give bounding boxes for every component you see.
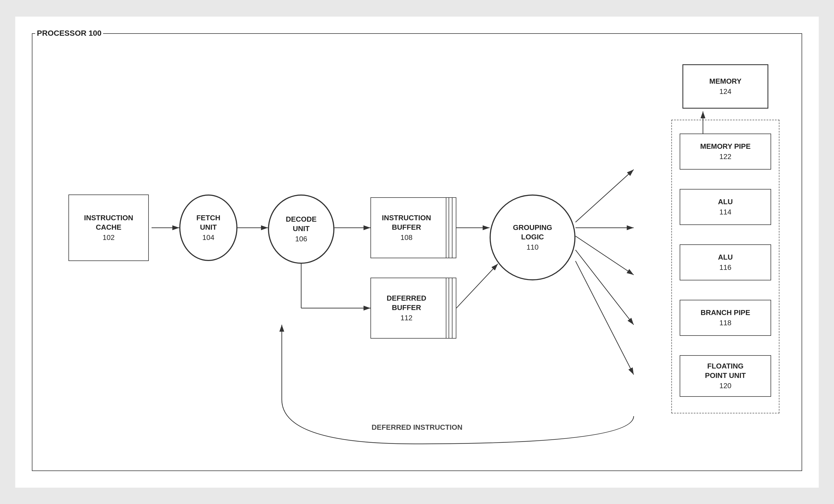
alu2-node: ALU 116 <box>680 244 771 280</box>
grouping-logic-id: 110 <box>526 243 539 251</box>
alu1-id: 114 <box>719 208 731 216</box>
floating-point-label: FLOATINGPOINT UNIT <box>705 361 746 380</box>
processor-label: PROCESSOR 100 <box>35 29 103 38</box>
decode-unit-node: DECODEUNIT 106 <box>268 195 334 264</box>
processor-box: PROCESSOR 100 <box>32 33 802 471</box>
svg-line-12 <box>575 250 634 325</box>
fetch-unit-node: FETCHUNIT 104 <box>179 195 238 261</box>
deferred-buffer-label: DEFERREDBUFFER <box>387 294 426 312</box>
page: PROCESSOR 100 <box>15 17 819 488</box>
memory-label: MEMORY <box>709 77 742 86</box>
instruction-cache-label: INSTRUCTIONCACHE <box>84 213 133 232</box>
instruction-cache-id: 102 <box>103 233 114 242</box>
svg-line-13 <box>575 261 634 375</box>
floating-point-node: FLOATINGPOINT UNIT 120 <box>680 355 771 397</box>
fetch-unit-id: 104 <box>202 233 214 242</box>
svg-line-6 <box>456 264 498 308</box>
grouping-logic-label: GROUPINGLOGIC <box>513 223 552 242</box>
deferred-instruction-label: DEFERRED INSTRUCTION <box>372 423 462 432</box>
memory-pipe-label: MEMORY PIPE <box>700 142 751 151</box>
alu1-label: ALU <box>718 197 732 207</box>
branch-pipe-id: 118 <box>719 319 731 327</box>
fetch-unit-label: FETCHUNIT <box>196 213 221 232</box>
alu1-node: ALU 114 <box>680 189 771 225</box>
memory-pipe-id: 122 <box>719 152 731 161</box>
branch-pipe-label: BRANCH PIPE <box>700 308 750 317</box>
deferred-buffer-id: 112 <box>387 314 426 322</box>
instruction-buffer-node: INSTRUCTIONBUFFER 108 <box>370 197 456 258</box>
svg-line-11 <box>575 236 634 275</box>
svg-line-9 <box>575 170 634 222</box>
alu2-id: 116 <box>719 263 731 272</box>
decode-unit-label: DECODEUNIT <box>286 215 316 234</box>
decode-unit-id: 106 <box>295 235 307 243</box>
floating-point-id: 120 <box>719 381 731 390</box>
memory-pipe-node: MEMORY PIPE 122 <box>680 134 771 170</box>
alu2-label: ALU <box>718 253 732 262</box>
instruction-buffer-id: 108 <box>382 233 431 242</box>
branch-pipe-node: BRANCH PIPE 118 <box>680 300 771 336</box>
instruction-buffer-label: INSTRUCTIONBUFFER <box>382 214 431 232</box>
deferred-buffer-node: DEFERREDBUFFER 112 <box>370 278 456 338</box>
instruction-cache-node: INSTRUCTIONCACHE 102 <box>68 195 149 261</box>
memory-id: 124 <box>719 87 731 96</box>
grouping-logic-node: GROUPINGLOGIC 110 <box>489 195 575 280</box>
memory-node: MEMORY 124 <box>682 64 768 109</box>
